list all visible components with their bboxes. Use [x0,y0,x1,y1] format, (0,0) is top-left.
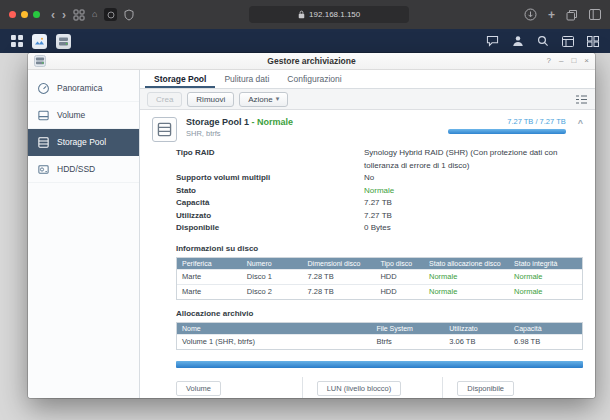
pool-subtitle: SHR, btrfs [186,129,293,138]
sidebar-item-panoramica[interactable]: Panoramica [28,75,139,102]
storage-manager-window: Gestore archiviazione ? – □ × Panoramica… [28,53,595,398]
shield-icon[interactable] [124,9,134,21]
address-bar[interactable]: 192.168.1.150 [249,6,409,23]
forward-icon[interactable]: › [62,9,66,21]
view-toggle-icon[interactable] [575,94,588,105]
lock-icon [298,10,305,19]
sidebar-item-storage-pool[interactable]: Storage Pool [28,129,139,156]
maximize-icon[interactable]: □ [571,57,576,65]
toolbar: Crea Rimuovi Azione ▾ [140,89,595,110]
cell-status: Normale [424,284,509,299]
close-icon[interactable]: × [584,57,589,65]
home-icon[interactable]: ⌂ [92,10,97,19]
column-header: Stato integrità [509,258,582,270]
volume-icon [37,109,50,122]
detail-row: Utilizzato 7.27 TB [176,210,583,223]
cell: Marte [177,284,242,299]
cell-status: Normale [424,269,509,284]
detail-value: 7.27 TB [364,197,583,210]
capacity-bar [176,361,583,368]
url-text: 192.168.1.150 [309,10,360,19]
detail-label: Utilizzato [176,210,364,223]
legend-label: Volume [176,381,221,396]
user-icon[interactable] [512,35,524,47]
disk-info-title: Informazioni su disco [176,244,583,253]
detail-value: Synology Hybrid RAID (SHR) (Con protezio… [364,147,583,172]
detail-label: Tipo RAID [176,147,364,172]
column-header: Tipo disco [375,258,424,270]
dsm-taskbar [0,29,610,53]
mac-close-button[interactable] [9,11,16,18]
detail-value: 0 Bytes [364,222,583,235]
extension-icon[interactable] [104,8,117,21]
help-icon[interactable]: ? [547,57,551,65]
mac-zoom-button[interactable] [33,11,40,18]
mac-minimize-button[interactable] [21,11,28,18]
table-row[interactable]: Marte Disco 1 7.28 TB HDD Normale Normal… [177,269,582,284]
tab-configurazioni[interactable]: Configurazioni [278,70,350,88]
macos-window-controls [9,11,40,18]
downloads-icon[interactable] [524,8,537,21]
pool-status-sep: - [252,117,255,127]
cell: 6.98 TB [509,334,582,349]
column-header: Periferica [177,258,242,270]
tabs-icon[interactable] [566,9,578,21]
pool-details: Tipo RAID Synology Hybrid RAID (SHR) (Co… [176,147,583,235]
chat-icon[interactable] [486,35,499,47]
legend-label: Disponibile [457,381,514,396]
column-header: Capacità [509,323,582,335]
new-tab-icon[interactable]: + [548,9,555,21]
storage-pool-icon [37,136,50,149]
legend-lun: LUN (livello blocco) 0 Bytes [302,377,443,399]
pool-usage-text: 7.27 TB / 7.27 TB [448,117,566,126]
sidebar-item-volume[interactable]: Volume [28,102,139,129]
sidebar-item-hdd-ssd[interactable]: HDD/SSD [28,156,139,183]
sidebar-item-label: HDD/SSD [57,164,95,174]
legend-label: LUN (livello blocco) [317,381,402,396]
cell: Marte [177,269,242,284]
tab-pulitura-dati[interactable]: Pulitura dati [215,70,278,88]
disk-info-table: Periferica Numero Dimensioni disco Tipo … [176,257,583,300]
detail-row: Disponibile 0 Bytes [176,222,583,235]
window-titlebar[interactable]: Gestore archiviazione ? – □ × [28,53,595,70]
cell: 3.06 TB [444,334,509,349]
legend-volume: Volume 7.3 TB [176,377,302,399]
table-row[interactable]: Volume 1 (SHR, btrfs) Btrfs 3.06 TB 6.98… [177,334,582,349]
window-title: Gestore archiviazione [28,56,595,66]
widgets-icon[interactable] [562,36,574,47]
main-menu-icon[interactable] [11,35,23,47]
pilot-view-icon[interactable] [587,36,599,47]
cell: Btrfs [371,334,444,349]
cell: Disco 2 [242,284,303,299]
capacity-legend: Volume 7.3 TB LUN (livello blocco) 0 Byt… [176,377,583,399]
action-button-label: Azione [248,95,272,104]
sidebar-item-label: Volume [57,110,85,120]
back-icon[interactable]: ‹ [51,9,55,21]
table-row[interactable]: Marte Disco 2 7.28 TB HDD Normale Normal… [177,284,582,299]
sidebar-toggle-icon[interactable] [589,9,601,20]
tab-bar: Storage Pool Pulitura dati Configurazion… [140,70,595,89]
cell: Disco 1 [242,269,303,284]
tab-storage-pool[interactable]: Storage Pool [145,70,215,88]
photo-app-icon[interactable] [32,34,47,49]
cell: Volume 1 (SHR, btrfs) [177,334,371,349]
remove-button[interactable]: Rimuovi [187,92,234,107]
drive-icon [37,163,50,176]
detail-row: Supporto volumi multipli No [176,172,583,185]
storage-manager-app-icon[interactable] [56,34,71,49]
search-icon[interactable] [537,35,549,47]
action-button[interactable]: Azione ▾ [239,92,288,107]
create-button: Crea [147,92,182,107]
detail-row: Stato Normale [176,185,583,198]
cell: 7.28 TB [303,284,376,299]
detail-row: Capacità 7.27 TB [176,197,583,210]
legend-available: Disponibile 0 Bytes [442,377,583,399]
sidebar-item-label: Panoramica [57,83,102,93]
cell-status: Normale [509,269,582,284]
table-header-row: Periferica Numero Dimensioni disco Tipo … [177,258,582,270]
gauge-icon [37,82,50,95]
minimize-icon[interactable]: – [559,57,563,65]
tab-overview-icon[interactable] [73,9,85,21]
collapse-chevron-icon[interactable]: ^ [578,118,583,128]
detail-value-status: Normale [364,185,583,198]
